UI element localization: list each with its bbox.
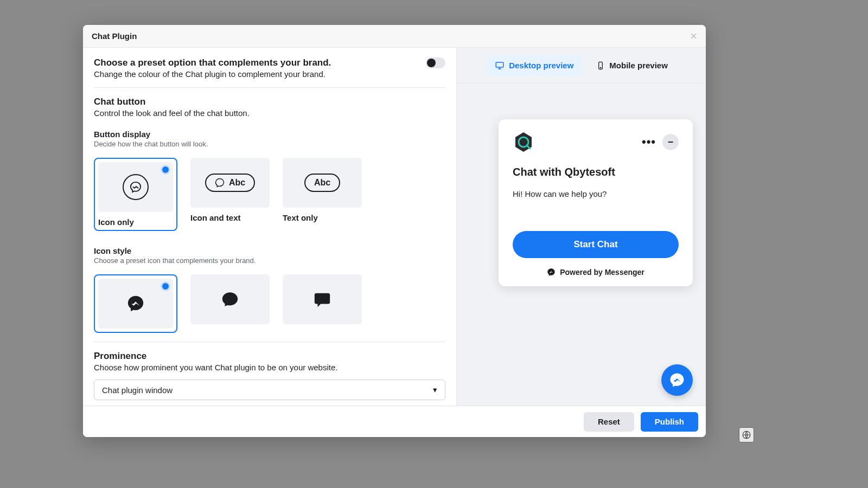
modal-footer: Reset Publish — [83, 406, 706, 437]
icon-style-bubble-square[interactable] — [283, 274, 362, 333]
icon-style-bubble-round[interactable] — [190, 274, 270, 333]
icon-style-desc: Choose a preset icon that complements yo… — [94, 256, 445, 265]
start-chat-button[interactable]: Start Chat — [513, 231, 679, 258]
preset-title: Choose a preset option that complements … — [94, 57, 331, 68]
option-icon-and-text[interactable]: Abc Icon and text — [190, 158, 270, 231]
chat-fab-button[interactable] — [661, 364, 693, 396]
toggle-knob — [427, 59, 436, 67]
preview-panel: Desktop preview Mobile preview — [456, 48, 706, 406]
chat-title: Chat with Qbytesoft — [513, 166, 679, 178]
option-icon-only[interactable]: Icon only — [94, 158, 177, 231]
radio-selected-icon — [162, 166, 169, 173]
select-value: Chat plugin window — [102, 386, 173, 395]
divider — [94, 87, 445, 88]
tab-mobile-preview[interactable]: Mobile preview — [588, 55, 676, 75]
powered-by: Powered by Messenger — [513, 268, 679, 277]
prominence-section: Prominence Choose how prominent you want… — [94, 351, 445, 400]
icon-style-group: Icon style Choose a preset icon that com… — [94, 246, 445, 333]
messenger-icon — [669, 372, 685, 388]
globe-icon[interactable] — [739, 427, 754, 442]
option-label: Icon only — [98, 217, 173, 227]
chat-widget-card: ••• − Chat with Qbytesoft Hi! How can we… — [499, 119, 693, 286]
chat-card-header: ••• − — [513, 131, 679, 153]
prominence-title: Prominence — [94, 351, 445, 362]
close-icon[interactable]: × — [690, 30, 697, 42]
modal-title: Chat Plugin — [92, 31, 137, 41]
publish-button[interactable]: Publish — [641, 412, 698, 432]
icon-style-label: Icon style — [94, 246, 445, 255]
reset-button[interactable]: Reset — [584, 412, 634, 432]
chat-greeting: Hi! How can we help you? — [513, 189, 679, 198]
option-text-only[interactable]: Abc Text only — [283, 158, 362, 231]
preview-area: ••• − Chat with Qbytesoft Hi! How can we… — [457, 84, 706, 406]
divider — [94, 342, 445, 342]
chat-button-section: Chat button Control the look and feel of… — [94, 97, 445, 118]
button-display-label: Button display — [94, 130, 445, 139]
chevron-down-icon: ▾ — [433, 385, 437, 395]
settings-panel[interactable]: Choose a preset option that complements … — [83, 48, 456, 406]
icon-style-options — [94, 274, 445, 333]
modal-header: Chat Plugin × — [83, 25, 706, 48]
modal-body: Choose a preset option that complements … — [83, 48, 706, 406]
desktop-icon — [495, 61, 505, 70]
svg-point-2 — [601, 67, 601, 68]
more-options-icon[interactable]: ••• — [641, 134, 657, 150]
powered-text: Powered by Messenger — [560, 268, 644, 277]
radio-selected-icon — [162, 283, 169, 290]
chat-bubble-round-icon — [221, 290, 239, 309]
option-label: Text only — [283, 213, 362, 222]
prominence-select[interactable]: Chat plugin window ▾ — [94, 380, 445, 400]
messenger-icon — [123, 174, 149, 200]
svg-rect-0 — [496, 62, 503, 67]
button-display-desc: Decide how the chat button will look. — [94, 140, 445, 148]
chat-plugin-modal: Chat Plugin × Choose a preset option tha… — [83, 25, 706, 437]
sample-text: Abc — [229, 178, 245, 188]
chat-button-subtitle: Control the look and feel of the chat bu… — [94, 108, 445, 118]
pill-icon-text: Abc — [205, 174, 255, 192]
preset-toggle[interactable] — [426, 57, 445, 68]
brand-logo-icon — [513, 131, 534, 153]
chat-bubble-square-icon — [313, 290, 331, 309]
option-label: Icon and text — [190, 213, 270, 222]
preset-section: Choose a preset option that complements … — [94, 57, 445, 79]
mobile-icon — [596, 61, 605, 70]
messenger-icon — [215, 178, 225, 188]
chat-header-actions: ••• − — [641, 134, 679, 150]
tab-label: Desktop preview — [509, 61, 573, 70]
messenger-filled-icon — [126, 294, 145, 313]
preset-subtitle: Change the colour of the Chat plugin to … — [94, 69, 331, 79]
minimize-icon[interactable]: − — [662, 134, 679, 150]
tab-desktop-preview[interactable]: Desktop preview — [486, 55, 582, 76]
button-display-group: Button display Decide how the chat butto… — [94, 130, 445, 231]
messenger-icon — [547, 268, 556, 277]
icon-style-messenger[interactable] — [94, 274, 177, 333]
sample-text: Abc — [314, 178, 330, 188]
chat-button-title: Chat button — [94, 97, 445, 107]
preview-tabs: Desktop preview Mobile preview — [457, 48, 706, 84]
pill-text: Abc — [304, 174, 340, 192]
prominence-subtitle: Choose how prominent you want Chat plugi… — [94, 363, 445, 372]
button-display-options: Icon only Abc Icon and text — [94, 158, 445, 231]
tab-label: Mobile preview — [609, 61, 668, 70]
